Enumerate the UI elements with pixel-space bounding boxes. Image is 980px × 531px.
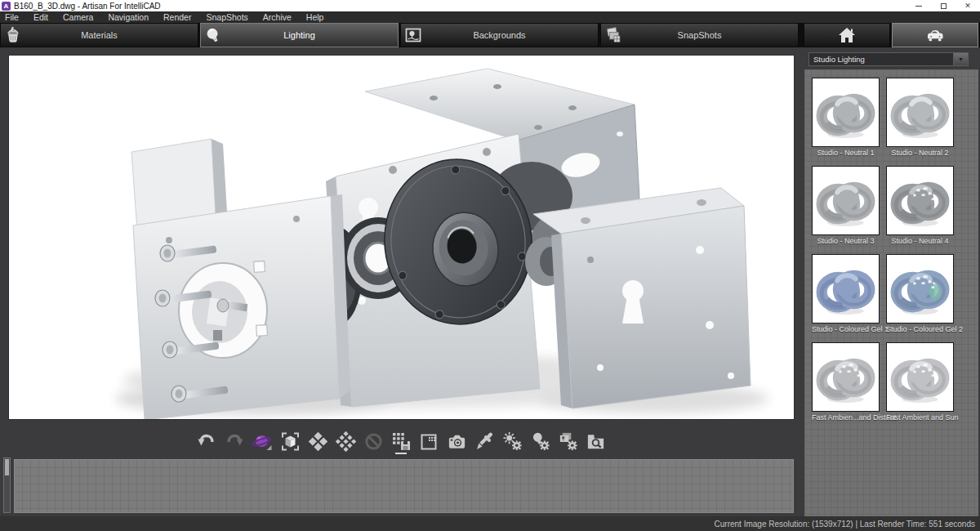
frame-grid-icon <box>419 431 439 452</box>
background-settings-button[interactable] <box>558 430 578 453</box>
tab-backgrounds[interactable]: Backgrounds <box>400 23 599 47</box>
menu-edit[interactable]: Edit <box>33 12 48 22</box>
preset-thumbnail[interactable] <box>886 254 954 324</box>
eyedropper-icon <box>474 431 495 452</box>
four-diamonds-button[interactable] <box>308 430 328 453</box>
render-toolbar <box>0 425 802 457</box>
torus-knot-icon <box>814 80 877 145</box>
undo-button[interactable] <box>197 430 217 453</box>
torus-knot-icon <box>814 257 877 321</box>
preset-label: Studio - Neutral 4 <box>886 237 954 247</box>
tabbar: Materials Lighting <box>0 23 980 47</box>
torus-knot-icon <box>889 257 951 321</box>
window-title: B160_B_3D.dwg - Artisan For IntelliCAD <box>14 2 161 11</box>
lighting-category-dropdown[interactable]: Studio Lighting ▼ <box>808 52 969 66</box>
dot-grid-button[interactable] <box>336 430 356 453</box>
preset-label: Studio - Coloured Gel 1 <box>812 325 880 335</box>
restore-button[interactable] <box>931 0 956 11</box>
preset-label: Studio - Neutral 1 <box>812 149 880 158</box>
home-view-button[interactable] <box>804 23 890 47</box>
tab-backgrounds-label: Backgrounds <box>401 30 598 40</box>
cube-brackets-icon <box>280 431 301 452</box>
menu-snapshots[interactable]: SnapShots <box>206 12 247 22</box>
bulb-gear-icon <box>530 431 550 452</box>
preset-label: Studio - Neutral 3 <box>812 237 880 247</box>
cancel-render-button[interactable] <box>363 430 384 453</box>
lighting-settings-button[interactable] <box>502 430 523 453</box>
home-icon <box>837 25 857 45</box>
save-resolution-button[interactable] <box>391 430 412 453</box>
gearbox-render <box>9 56 794 419</box>
lighting-preset: Studio - Neutral 4 <box>886 166 954 247</box>
menu-navigation[interactable]: Navigation <box>108 12 149 22</box>
redo-icon <box>225 431 244 451</box>
camera-icon <box>447 431 467 452</box>
titlebar: A B160_B_3D.dwg - Artisan For IntelliCAD… <box>0 0 980 11</box>
frame-resolution-button[interactable] <box>419 430 439 453</box>
snapshot-filmstrip[interactable] <box>14 459 794 513</box>
status-text: Current Image Resolution: (1539x712) | L… <box>715 520 975 529</box>
image-gear-icon <box>558 431 578 452</box>
torus-knot-icon <box>889 80 951 145</box>
lighting-preset: Fast Ambien...and Distant <box>812 342 880 423</box>
active-marker <box>395 453 407 454</box>
preset-label: Studio - Coloured Gel 2 <box>886 325 954 335</box>
lighting-panel: Studio Lighting ▼ <box>802 47 980 516</box>
preset-thumbnail[interactable] <box>812 78 880 147</box>
torus-knot-icon <box>889 168 951 233</box>
lighting-preset: Studio - Coloured Gel 1 <box>812 254 880 335</box>
application-window: A B160_B_3D.dwg - Artisan For IntelliCAD… <box>0 0 980 531</box>
tab-lighting-label: Lighting <box>201 30 398 40</box>
folder-search-icon <box>586 431 606 452</box>
preset-grid: Studio - Neutral 1 <box>804 69 978 516</box>
tab-materials[interactable]: Materials <box>0 23 198 47</box>
filmstrip-scrollbar[interactable] <box>3 457 11 513</box>
undo-icon <box>197 431 216 451</box>
preset-thumbnail[interactable] <box>812 254 880 324</box>
vehicle-view-button[interactable] <box>892 23 978 47</box>
main-area <box>0 47 802 516</box>
lighting-preset: Studio - Neutral 1 <box>812 78 880 158</box>
statusbar: Current Image Resolution: (1539x712) | L… <box>0 516 980 531</box>
snapshot-camera-button[interactable] <box>447 430 467 453</box>
scrollbar-thumb[interactable] <box>5 459 9 475</box>
photos-icon <box>601 26 626 44</box>
chevron-down-icon[interactable]: ▼ <box>953 53 968 65</box>
tab-snapshots-label: SnapShots <box>601 30 798 40</box>
menu-file[interactable]: File <box>5 12 19 22</box>
preset-thumbnail[interactable] <box>886 342 954 412</box>
menu-render[interactable]: Render <box>163 12 191 22</box>
lighting-preset: Fast Ambient and Sun <box>886 342 954 423</box>
render-region-button[interactable] <box>280 430 301 453</box>
menu-help[interactable]: Help <box>306 12 324 22</box>
tab-materials-label: Materials <box>1 30 198 40</box>
torus-knot-icon <box>889 345 951 409</box>
eyedropper-button[interactable] <box>474 430 495 453</box>
redo-button[interactable] <box>225 430 245 453</box>
preset-label: Fast Ambien...and Distant <box>812 413 880 423</box>
paint-bucket-icon <box>1 26 25 44</box>
planet-icon <box>252 431 273 452</box>
menu-archive[interactable]: Archive <box>263 12 292 22</box>
app-logo-icon: A <box>2 2 11 11</box>
browse-library-button[interactable] <box>586 430 606 453</box>
grid-floppy-icon <box>391 431 412 452</box>
preset-thumbnail[interactable] <box>886 166 954 235</box>
landscape-icon <box>401 26 425 44</box>
tab-snapshots[interactable]: SnapShots <box>600 23 799 47</box>
preset-thumbnail[interactable] <box>886 78 954 147</box>
preset-label: Fast Ambient and Sun <box>886 413 954 423</box>
minimize-button[interactable] <box>906 0 931 11</box>
render-planet-button[interactable] <box>252 430 273 453</box>
render-viewport[interactable] <box>9 56 794 419</box>
close-button[interactable]: ✕ <box>956 0 980 11</box>
bulb-settings-button[interactable] <box>530 430 550 453</box>
dropdown-value: Studio Lighting <box>809 55 953 64</box>
torus-knot-icon <box>814 168 877 233</box>
menu-camera[interactable]: Camera <box>63 12 93 22</box>
lighting-preset: Studio - Neutral 3 <box>812 166 880 247</box>
tab-lighting[interactable]: Lighting <box>200 23 399 47</box>
window-controls: ✕ <box>906 0 980 11</box>
preset-thumbnail[interactable] <box>812 166 880 235</box>
preset-thumbnail[interactable] <box>812 342 880 412</box>
